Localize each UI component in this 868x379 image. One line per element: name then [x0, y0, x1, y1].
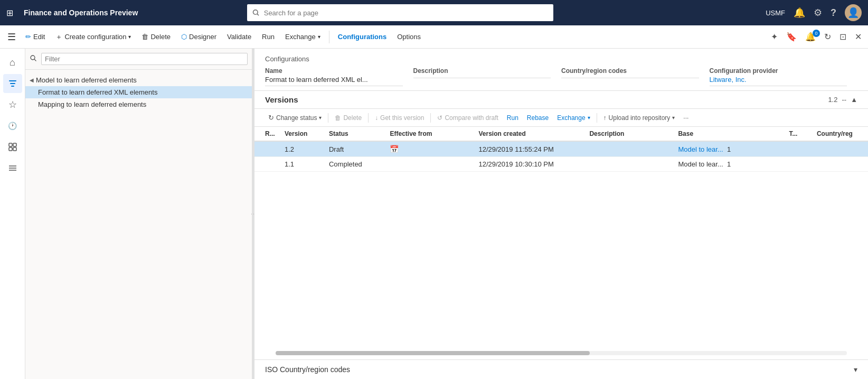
sidebar-icon-favorites[interactable]: ☆	[3, 95, 22, 114]
table-row[interactable]: 1.2 Draft 📅 12/29/2019 11:55:24 PM Model…	[254, 141, 868, 157]
vtb-delete-button[interactable]: 🗑 Delete	[332, 113, 365, 123]
search-input[interactable]	[264, 9, 549, 17]
main-layout: ⌂ ☆ 🕐	[0, 49, 868, 379]
delete-button[interactable]: 🗑 Delete	[137, 31, 175, 43]
cell-country-0	[813, 141, 868, 157]
filter-input[interactable]	[41, 53, 248, 65]
settings-icon[interactable]: ✦	[769, 30, 780, 44]
vtb-exchange-dropdown-icon: ▾	[588, 115, 590, 121]
validate-button[interactable]: Validate	[223, 31, 256, 43]
left-panel: ◀ Model to learn deferred elements Forma…	[25, 49, 252, 379]
top-nav: ⊞ Finance and Operations Preview USMF 🔔 …	[0, 0, 868, 25]
cell-description-1	[585, 157, 674, 172]
sidebar-icons: ⌂ ☆ 🕐	[0, 49, 25, 379]
versions-collapse-icon[interactable]: ▲	[851, 96, 857, 104]
close-icon[interactable]: ✕	[853, 30, 864, 44]
cell-t-0	[785, 141, 812, 157]
configurations-button[interactable]: Configurations	[334, 31, 391, 43]
table-row[interactable]: 1.1 Completed 12/29/2019 10:30:10 PM Mod…	[254, 157, 868, 172]
versions-header: Versions 1.2 -- ▲	[254, 91, 868, 109]
search-bar[interactable]	[247, 4, 553, 21]
config-field-desc-value	[413, 76, 551, 78]
avatar[interactable]: 👤	[845, 4, 862, 21]
compare-draft-button[interactable]: ↺ Compare with draft	[434, 113, 501, 123]
username-label: USMF	[766, 9, 785, 17]
designer-button[interactable]: ⬡ Designer	[177, 31, 221, 43]
more-button[interactable]: ···	[680, 113, 692, 123]
gear-icon[interactable]: ⚙	[814, 7, 822, 19]
edit-icon: ✏	[25, 33, 31, 41]
help-icon[interactable]: ?	[831, 7, 836, 19]
upload-button[interactable]: ↑ Upload into repository ▾	[600, 113, 678, 123]
cell-description-0	[585, 141, 674, 157]
cell-base-1: Model to lear... 1	[674, 157, 785, 172]
ribbon-separator-1	[329, 31, 329, 43]
vtb-run-button[interactable]: Run	[504, 113, 522, 123]
iso-chevron-icon[interactable]: ▾	[854, 365, 857, 374]
app-title: Finance and Operations Preview	[24, 8, 138, 17]
versions-table: R... Version Status Effective from Versi…	[254, 127, 868, 172]
config-field-country: Country/region codes	[561, 67, 710, 86]
notification-count: 0	[813, 30, 820, 37]
cell-r-1	[254, 157, 280, 172]
vtb-exchange-button[interactable]: Exchange ▾	[554, 113, 593, 123]
cell-created-1: 12/29/2019 10:30:10 PM	[474, 157, 585, 172]
h-scrollbar-thumb[interactable]	[276, 351, 590, 355]
bookmark-icon[interactable]: 🔖	[784, 30, 799, 44]
top-nav-right: USMF 🔔 ⚙ ? 👤	[766, 4, 862, 21]
delete-label: Delete	[150, 33, 171, 41]
run-button[interactable]: Run	[258, 31, 279, 43]
compare-draft-icon: ↺	[437, 114, 442, 122]
versions-section: Versions 1.2 -- ▲ ↻ Change status ▾ 🗑 De…	[254, 91, 868, 379]
bell-icon[interactable]: 🔔	[794, 7, 805, 19]
svg-line-13	[34, 59, 36, 61]
change-status-label: Change status	[276, 114, 317, 122]
sidebar-icon-recent[interactable]: 🕐	[3, 116, 22, 135]
sidebar-icon-modules[interactable]	[3, 159, 22, 178]
tree-child-item-0[interactable]: Format to learn deferred XML elements	[25, 86, 252, 98]
col-header-description: Description	[585, 127, 674, 141]
rebase-button[interactable]: Rebase	[524, 113, 552, 123]
options-button[interactable]: Options	[393, 31, 425, 43]
cell-status-0: Draft	[325, 141, 385, 157]
config-field-name: Name Format to learn deferred XML el...	[265, 67, 413, 86]
col-header-version: Version	[280, 127, 325, 141]
create-dropdown-icon: ▾	[128, 34, 131, 40]
edit-button[interactable]: ✏ Edit	[21, 31, 49, 43]
notification-badge[interactable]: 🔔 0	[803, 32, 818, 42]
table-body: 1.2 Draft 📅 12/29/2019 11:55:24 PM Model…	[254, 141, 868, 172]
config-field-desc-label: Description	[413, 67, 551, 75]
tree-root-item[interactable]: ◀ Model to learn deferred elements	[25, 74, 252, 86]
change-status-button[interactable]: ↻ Change status ▾	[265, 112, 325, 123]
table-header: R... Version Status Effective from Versi…	[254, 127, 868, 141]
cell-t-1	[785, 157, 812, 172]
config-section-title: Configurations	[265, 55, 857, 63]
calendar-icon[interactable]: 📅	[390, 145, 399, 153]
tree-child-item-1[interactable]: Mapping to learn deferred elements	[25, 98, 252, 110]
exchange-button[interactable]: Exchange ▾	[281, 31, 325, 43]
refresh-icon[interactable]: ↻	[822, 30, 833, 44]
create-config-button[interactable]: ＋ Create configuration ▾	[51, 30, 135, 44]
svg-rect-6	[13, 143, 16, 146]
svg-point-12	[31, 56, 35, 60]
create-label: Create configuration	[64, 33, 126, 41]
vtb-run-label: Run	[507, 114, 518, 122]
vtb-exchange-label: Exchange	[557, 114, 585, 122]
waffle-icon[interactable]: ⊞	[6, 8, 13, 18]
tree-child-label-1: Mapping to learn deferred elements	[38, 100, 248, 108]
cell-base-link-0[interactable]: Model to lear...	[678, 145, 723, 153]
h-scrollbar[interactable]	[276, 351, 847, 355]
config-field-provider-value[interactable]: Litware, Inc.	[710, 76, 847, 86]
hamburger-button[interactable]: ☰	[4, 29, 19, 45]
delete-icon: 🗑	[141, 33, 148, 41]
sidebar-icon-workspaces[interactable]	[3, 137, 22, 156]
svg-rect-5	[9, 143, 12, 146]
sidebar-icon-filter[interactable]	[3, 74, 22, 93]
iso-section[interactable]: ISO Country/region codes ▾	[254, 359, 868, 379]
col-header-created: Version created	[474, 127, 585, 141]
svg-rect-7	[9, 147, 12, 151]
get-version-button[interactable]: ↓ Get this version	[372, 113, 427, 123]
restore-icon[interactable]: ⊡	[837, 30, 848, 44]
ribbon: ☰ ✏ Edit ＋ Create configuration ▾ 🗑 Dele…	[0, 25, 868, 49]
sidebar-icon-home[interactable]: ⌂	[3, 53, 22, 72]
